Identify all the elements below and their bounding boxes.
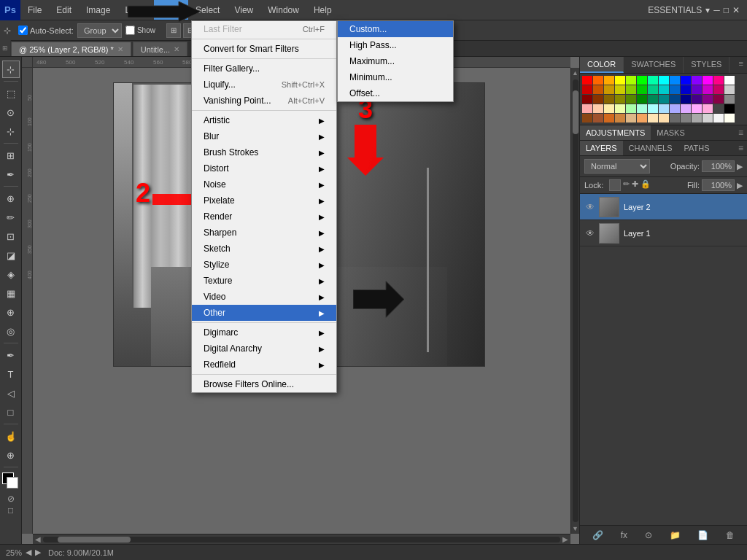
- lock-transparent-icon[interactable]: [609, 179, 621, 191]
- swatch-dark-amber[interactable]: [604, 85, 614, 94]
- hscroll-track[interactable]: [43, 537, 560, 542]
- swatch-pastel-violet[interactable]: [681, 104, 691, 113]
- adjustment-panel-menu[interactable]: ≡: [735, 125, 747, 140]
- filter-browse-online[interactable]: Browse Filters Online...: [192, 376, 336, 392]
- swatch-dark-gray[interactable]: [713, 104, 724, 113]
- history-btn[interactable]: ◪: [2, 246, 20, 264]
- swatch-dark-yg[interactable]: [626, 85, 636, 94]
- swatch-sandy[interactable]: [637, 114, 647, 122]
- fg-bg-colors[interactable]: [2, 472, 20, 490]
- menu-window[interactable]: Window: [260, 0, 306, 20]
- lock-all-icon[interactable]: 🔒: [640, 179, 651, 191]
- fill-arrow[interactable]: ▶: [737, 181, 743, 190]
- swatch-ivory[interactable]: [724, 114, 735, 122]
- swatch-vdark-blue[interactable]: [670, 95, 680, 104]
- blend-mode-select[interactable]: Normal: [584, 159, 650, 174]
- submenu-minimum[interactable]: Minimum...: [338, 69, 453, 85]
- filter-brush-strokes[interactable]: Brush Strokes ▶: [192, 144, 336, 160]
- menu-filter[interactable]: Filter: [154, 0, 188, 20]
- swatch-vdark-cyan[interactable]: [659, 95, 669, 104]
- filter-video[interactable]: Video ▶: [192, 289, 336, 305]
- eyedropper-btn[interactable]: ✒: [2, 166, 20, 183]
- show-transform-checkbox[interactable]: [125, 26, 135, 35]
- status-nav-left[interactable]: ◀: [26, 548, 31, 557]
- link-layers-btn[interactable]: 🔗: [589, 529, 606, 542]
- swatch-cyan[interactable]: [659, 76, 669, 85]
- swatch-mid-gray[interactable]: [724, 95, 735, 104]
- swatch-pink[interactable]: [713, 76, 724, 85]
- pen-btn[interactable]: ✒: [2, 346, 20, 364]
- vscroll-up-btn[interactable]: ▲: [572, 68, 578, 78]
- hscroll-left-btn[interactable]: ◀: [33, 535, 43, 543]
- swatch-lightgray[interactable]: [703, 114, 713, 122]
- shape-btn[interactable]: □: [2, 403, 20, 421]
- swatch-dark-cyan[interactable]: [659, 85, 669, 94]
- swatch-light-gray[interactable]: [724, 85, 735, 94]
- swatch-dark-blue[interactable]: [670, 85, 680, 94]
- eraser-btn[interactable]: ◈: [2, 265, 20, 283]
- lock-image-icon[interactable]: ✏: [623, 179, 630, 191]
- lasso-tool-btn[interactable]: ⊙: [2, 104, 20, 121]
- swatch-dark-violet[interactable]: [692, 85, 702, 94]
- filter-texture[interactable]: Texture ▶: [192, 273, 336, 289]
- maximize-btn[interactable]: □: [724, 5, 729, 15]
- swatch-navajo[interactable]: [659, 114, 669, 122]
- adjustments-tab[interactable]: ADJUSTMENTS: [580, 125, 651, 140]
- hand-btn[interactable]: ☝: [2, 427, 20, 445]
- new-layer-btn[interactable]: 📄: [694, 529, 711, 542]
- swatch-magenta[interactable]: [703, 76, 713, 85]
- swatch-pastel-indigo[interactable]: [670, 104, 680, 113]
- swatch-brown[interactable]: [582, 114, 592, 122]
- layer-2-visibility[interactable]: 👁: [584, 201, 596, 213]
- swatch-dark-pink[interactable]: [713, 85, 724, 94]
- swatch-dark-indigo[interactable]: [681, 85, 691, 94]
- swatch-vdark-red[interactable]: [582, 95, 592, 104]
- layers-panel-menu[interactable]: ≡: [735, 141, 747, 155]
- vscrollbar[interactable]: ▲ ▼: [570, 68, 579, 534]
- swatch-pastel-blue[interactable]: [659, 104, 669, 113]
- tab-untitled[interactable]: Untitle... ✕: [133, 42, 187, 56]
- tool-type-select[interactable]: Group: [77, 23, 122, 38]
- tab-close-2[interactable]: ✕: [174, 45, 179, 53]
- essentials-label[interactable]: ESSENTIALS: [648, 5, 702, 15]
- layer-1-visibility[interactable]: 👁: [584, 228, 596, 239]
- swatch-yellow-green[interactable]: [626, 76, 636, 85]
- filter-artistic[interactable]: Artistic ▶: [192, 112, 336, 128]
- swatch-black[interactable]: [724, 104, 735, 113]
- lock-position-icon[interactable]: ✚: [632, 179, 638, 191]
- filter-redfield[interactable]: Redfield ▶: [192, 357, 336, 373]
- swatch-blue[interactable]: [670, 76, 680, 85]
- screen-mode-btn[interactable]: □: [8, 505, 13, 516]
- layer-item-1[interactable]: 👁 Layer 1: [580, 220, 747, 246]
- swatch-vdark-magenta[interactable]: [703, 95, 713, 104]
- dodge-btn[interactable]: ◎: [2, 322, 20, 340]
- filter-sharpen[interactable]: Sharpen ▶: [192, 225, 336, 241]
- fill-input[interactable]: [702, 179, 735, 191]
- delete-layer-btn[interactable]: 🗑: [723, 529, 738, 542]
- swatches-tab[interactable]: SWATCHES: [624, 57, 684, 73]
- tab-layer2[interactable]: @ 25% (Layer 2, RGB/8) * ✕: [11, 42, 131, 56]
- paths-tab[interactable]: PATHS: [678, 141, 716, 155]
- swatch-pastel-teal[interactable]: [637, 104, 647, 113]
- brush-btn[interactable]: ✏: [2, 209, 20, 226]
- swatch-pastel-pink[interactable]: [703, 104, 713, 113]
- move-tool-btn[interactable]: ⊹: [2, 61, 20, 78]
- swatch-dark-teal[interactable]: [648, 85, 658, 94]
- blur-btn[interactable]: ⊕: [2, 303, 20, 321]
- swatch-pastel-cyan[interactable]: [648, 104, 658, 113]
- tab-close-1[interactable]: ✕: [117, 45, 123, 53]
- swatch-pastel-yellow[interactable]: [604, 104, 614, 113]
- hscroll-thumb[interactable]: [58, 537, 131, 542]
- menu-view[interactable]: View: [227, 0, 260, 20]
- new-group-btn[interactable]: 📁: [667, 529, 684, 542]
- swatch-pastel-green[interactable]: [626, 104, 636, 113]
- submenu-high-pass[interactable]: High Pass...: [338, 37, 453, 53]
- quick-mask-btn[interactable]: ⊘: [7, 494, 15, 504]
- swatch-sienna[interactable]: [593, 114, 603, 122]
- masks-tab[interactable]: MASKS: [651, 125, 691, 140]
- auto-select-checkbox[interactable]: [18, 26, 28, 35]
- swatch-moccasin[interactable]: [648, 114, 658, 122]
- filter-blur[interactable]: Blur ▶: [192, 128, 336, 144]
- close-btn[interactable]: ✕: [732, 5, 740, 15]
- menu-image[interactable]: Image: [79, 0, 117, 20]
